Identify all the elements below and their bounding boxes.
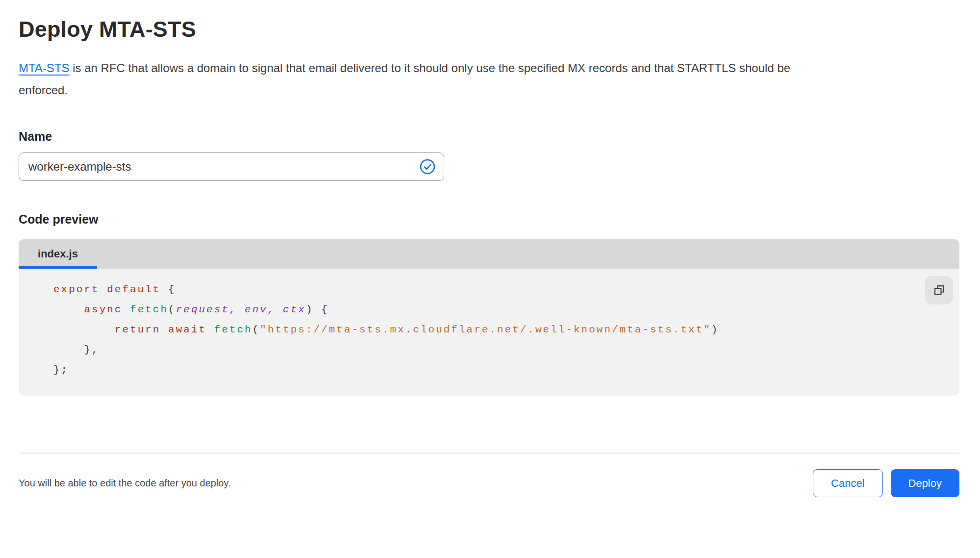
code-preview-card: index.js export default { async fetch(re…: [19, 239, 959, 396]
name-label: Name: [19, 129, 959, 144]
description-text: is an RFC that allows a domain to signal…: [19, 61, 790, 97]
copy-icon: [932, 283, 946, 297]
copy-code-button[interactable]: [925, 276, 953, 304]
check-circle-icon: [420, 159, 435, 175]
code-lines: export default { async fetch(request, en…: [19, 279, 959, 380]
description: MTA-STS is an RFC that allows a domain t…: [19, 57, 818, 101]
mta-sts-link[interactable]: MTA-STS: [19, 61, 70, 75]
name-input[interactable]: [19, 152, 444, 181]
name-input-container: [19, 152, 444, 181]
footer-bar: You will be able to edit the code after …: [19, 454, 959, 497]
name-field-section: Name: [19, 129, 959, 181]
code-tab-bar: index.js: [19, 239, 959, 269]
footer-actions: Cancel Deploy: [813, 469, 959, 497]
cancel-button[interactable]: Cancel: [813, 469, 882, 497]
deploy-mta-sts-page: Deploy MTA-STS MTA-STS is an RFC that al…: [19, 0, 959, 497]
deploy-button[interactable]: Deploy: [891, 469, 959, 497]
code-area: export default { async fetch(request, en…: [19, 269, 959, 396]
tab-label: index.js: [38, 248, 78, 260]
footer-note: You will be able to edit the code after …: [19, 478, 231, 489]
tab-index-js[interactable]: index.js: [19, 239, 97, 269]
code-preview-label: Code preview: [19, 212, 959, 227]
code-preview-section: Code preview index.js export default {: [19, 212, 959, 396]
page-title: Deploy MTA-STS: [19, 17, 959, 42]
